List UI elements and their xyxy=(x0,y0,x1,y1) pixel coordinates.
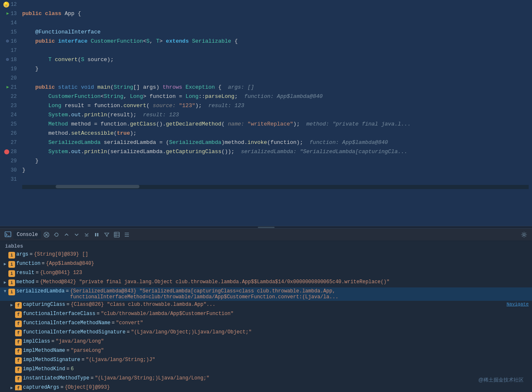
var-icon-implClass: f xyxy=(15,339,22,346)
var-row-capturedArgs[interactable]: ▶ f capturedArgs = {Object[0]@993} xyxy=(0,384,532,390)
code-line-29: } xyxy=(22,156,529,166)
expand-implMethodKind xyxy=(8,367,15,372)
var-row-functionalInterfaceMethodSignature[interactable]: f functionalInterfaceMethodSignature = "… xyxy=(0,328,532,338)
gear-settings-btn[interactable] xyxy=(519,230,529,239)
var-val-result: {Long@841} 123 xyxy=(40,270,529,276)
code-line-25: Method method = function.getClass().getD… xyxy=(22,120,529,129)
var-row-functionalInterfaceMethodName[interactable]: f functionalInterfaceMethodName = "conve… xyxy=(0,319,532,328)
var-name-result: result xyxy=(16,270,34,276)
var-row-serializedLambda[interactable]: ▼ i serializedLambda = {SerializedLambda… xyxy=(0,287,532,301)
var-eq-functionalInterfaceMethodSignature: = xyxy=(127,329,130,335)
var-icon-args: i xyxy=(8,252,15,259)
var-row-instantiatedMethodType[interactable]: f instantiatedMethodType = "(Ljava/lang/… xyxy=(0,374,532,384)
code-line-21: public static void main(String[] args) t… xyxy=(22,83,529,92)
var-row-capturingClass[interactable]: ▶ f capturingClass = {Class@826} "class … xyxy=(0,301,532,310)
svg-rect-7 xyxy=(114,232,119,237)
rerun-btn[interactable] xyxy=(52,230,61,239)
expand-capturedArgs[interactable]: ▶ xyxy=(8,385,15,390)
code-line-16: public interface CustomerFunction<S, T> … xyxy=(22,37,529,46)
expand-capturingClass[interactable]: ▶ xyxy=(8,302,15,307)
var-val-capturingClass: {Class@826} "class club.throwable.lambda… xyxy=(71,302,504,307)
expand-functionalInterfaceMethodSignature xyxy=(8,330,15,335)
expand-serializedLambda[interactable]: ▼ xyxy=(2,289,8,294)
expand-implMethodSignature xyxy=(8,358,15,362)
var-val-functionalInterfaceMethodSignature: "(Ljava/lang/Object;)Ljava/lang/Object;" xyxy=(131,329,252,335)
panel-toolbar: Console xyxy=(0,228,532,241)
scroll-end-btn[interactable] xyxy=(82,230,91,239)
expand-args xyxy=(2,252,8,257)
code-line-24: System.out.println(result); result: 123 xyxy=(22,110,529,120)
var-val-method: {Method@842} "private final java.lang.Ob… xyxy=(40,279,529,285)
var-eq-functionalInterfaceClass: = xyxy=(97,311,100,317)
var-name-args: args xyxy=(16,251,28,257)
watermark: @稀土掘金技术社区 xyxy=(478,377,524,384)
filter-btn[interactable] xyxy=(102,230,111,239)
expand-function[interactable]: ▶ xyxy=(2,261,8,266)
var-icon-implMethodKind: f xyxy=(15,366,22,373)
var-eq-serializedLambda: = xyxy=(66,288,69,294)
var-eq-result: = xyxy=(36,270,39,276)
var-name-functionalInterfaceMethodSignature: functionalInterfaceMethodSignature xyxy=(23,329,126,335)
var-name-implMethodKind: implMethodKind xyxy=(23,366,65,372)
impl-icon-1: ⊙ xyxy=(6,37,9,46)
expand-functionalInterfaceClass xyxy=(8,312,15,316)
code-line-23: Long result = function.convert( source: … xyxy=(22,101,529,110)
var-row-functionalInterfaceClass[interactable]: f functionalInterfaceClass = "club/throw… xyxy=(0,310,532,319)
var-icon-implMethodSignature: f xyxy=(15,357,22,364)
watermark-text: @稀土掘金技术社区 xyxy=(478,377,524,383)
error-icon xyxy=(4,149,9,154)
var-row-args[interactable]: i args = {String[0]@839} [] xyxy=(0,251,532,260)
code-line-30: } xyxy=(22,166,529,175)
run-icon[interactable]: ▶ xyxy=(7,9,9,18)
var-name-functionalInterfaceMethodName: functionalInterfaceMethodName xyxy=(23,320,111,326)
scroll-up-btn[interactable] xyxy=(62,230,71,239)
var-name-capturingClass: capturingClass xyxy=(23,302,65,307)
var-val-implMethodSignature: "(Ljava/lang/String;)J" xyxy=(86,357,155,363)
variables-header: iables xyxy=(2,242,26,251)
debug-panel: Console xyxy=(0,228,532,390)
var-name-instantiatedMethodType: instantiatedMethodType xyxy=(23,375,89,381)
var-icon-implMethodName: f xyxy=(15,348,22,355)
code-line-15: @FunctionalInterface xyxy=(22,28,529,37)
var-icon-instantiatedMethodType: f xyxy=(15,376,22,382)
var-val-args: {String[0]@839} [] xyxy=(34,251,529,257)
var-row-function[interactable]: ▶ i function = {App$lambda@840} xyxy=(0,260,532,269)
code-line-27: SerializedLambda serializedLambda = (Ser… xyxy=(22,138,529,147)
run-icon-main[interactable]: ▶ xyxy=(7,83,9,92)
code-line-18: T convert(S source); xyxy=(22,55,529,64)
var-eq-instantiatedMethodType: = xyxy=(90,375,93,381)
scroll-down-btn[interactable] xyxy=(72,230,81,239)
navigate-capturingClass[interactable]: Navigate xyxy=(506,302,529,307)
var-row-implMethodKind[interactable]: f implMethodKind = 6 xyxy=(0,365,532,374)
clear-btn[interactable] xyxy=(42,230,51,239)
console-tab[interactable]: Console xyxy=(13,231,41,239)
var-icon-method: i xyxy=(8,279,15,286)
code-content: public class App { @FunctionalInterface … xyxy=(19,0,532,226)
var-eq-implMethodSignature: = xyxy=(82,357,85,363)
var-row-method[interactable]: ▶ i method = {Method@842} "private final… xyxy=(0,278,532,287)
code-line-14 xyxy=(22,18,529,28)
var-eq-implMethodKind: = xyxy=(67,366,69,372)
var-eq-capturedArgs: = xyxy=(60,384,63,390)
var-val-implMethodKind: 6 xyxy=(71,366,74,372)
var-val-implClass: "java/lang/Long" xyxy=(56,338,104,344)
pause-btn[interactable] xyxy=(92,230,101,239)
code-line-22: CustomerFunction<String, Long> function … xyxy=(22,92,529,101)
var-row-implClass[interactable]: f implClass = "java/lang/Long" xyxy=(0,338,532,347)
variables-list: i args = {String[0]@839} [] ▶ i function… xyxy=(0,251,532,390)
line-numbers: 💡 12 ▶ 13 14 15 ⊙ 16 17 ⊙ 18 19 20 ▶ 21 … xyxy=(0,0,19,226)
var-row-implMethodName[interactable]: f implMethodName = "parseLong" xyxy=(0,347,532,356)
var-name-functionalInterfaceClass: functionalInterfaceClass xyxy=(23,311,95,317)
table-btn[interactable] xyxy=(112,230,121,239)
var-eq-functionalInterfaceMethodName: = xyxy=(112,320,115,326)
code-line-20 xyxy=(22,74,529,83)
var-row-result[interactable]: i result = {Long@841} 123 xyxy=(0,269,532,278)
var-eq-function: = xyxy=(42,261,45,266)
list-btn[interactable] xyxy=(122,230,131,239)
expand-method[interactable]: ▶ xyxy=(2,280,8,285)
code-editor: 💡 12 ▶ 13 14 15 ⊙ 16 17 ⊙ 18 19 20 ▶ 21 … xyxy=(0,0,532,226)
expand-functionalInterfaceMethodName xyxy=(8,321,15,325)
var-eq-implClass: = xyxy=(51,338,54,344)
code-line-31 xyxy=(22,175,529,184)
var-row-implMethodSignature[interactable]: f implMethodSignature = "(Ljava/lang/Str… xyxy=(0,356,532,365)
